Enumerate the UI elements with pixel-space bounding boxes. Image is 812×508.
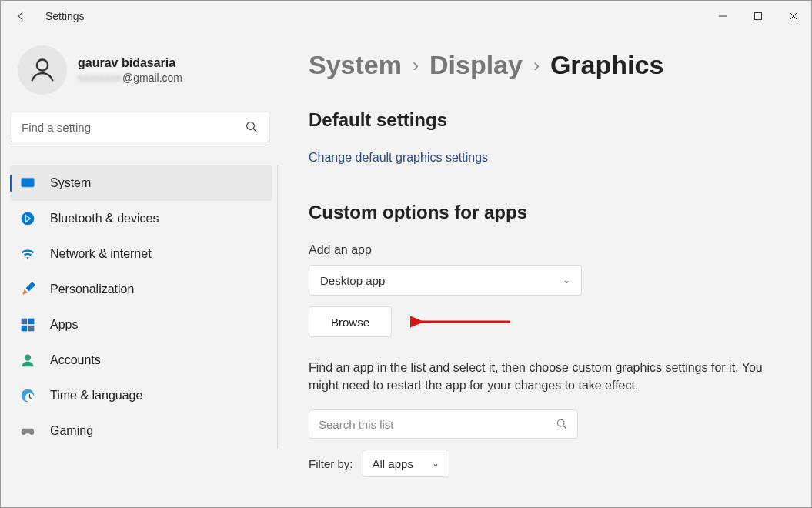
system-icon xyxy=(19,175,36,191)
sidebar-item-label: Bluetooth & devices xyxy=(50,212,159,226)
maximize-button[interactable] xyxy=(740,1,776,32)
add-an-app-label: Add an app xyxy=(309,243,780,257)
svg-point-16 xyxy=(557,420,564,427)
svg-rect-5 xyxy=(22,178,35,187)
breadcrumb-graphics: Graphics xyxy=(550,50,663,80)
sidebar-item-label: Accounts xyxy=(50,353,101,367)
bluetooth-icon xyxy=(19,211,36,226)
custom-options-heading: Custom options for apps xyxy=(309,202,780,223)
brush-icon xyxy=(19,282,36,297)
chevron-right-icon: › xyxy=(413,55,419,76)
filter-value: All apps xyxy=(373,457,413,470)
chevron-down-icon: ⌄ xyxy=(432,458,439,469)
search-list-input[interactable] xyxy=(319,418,556,431)
svg-point-7 xyxy=(22,212,35,226)
sidebar-item-label: Personalization xyxy=(50,282,134,296)
chevron-right-icon: › xyxy=(533,55,540,76)
sidebar-item-personalization[interactable]: Personalization xyxy=(10,272,272,307)
person-icon xyxy=(19,353,36,368)
default-settings-heading: Default settings xyxy=(309,109,780,131)
svg-point-3 xyxy=(247,122,255,130)
browse-button[interactable]: Browse xyxy=(309,306,392,337)
sidebar-item-network[interactable]: Network & internet xyxy=(10,236,272,272)
sidebar-item-label: Gaming xyxy=(50,424,93,438)
minimize-button[interactable] xyxy=(705,1,740,32)
window-title: Settings xyxy=(45,10,85,22)
sidebar-item-label: System xyxy=(50,176,91,190)
back-button[interactable] xyxy=(15,9,28,23)
svg-point-2 xyxy=(37,60,48,71)
help-text: Find an app in the list and select it, t… xyxy=(309,359,778,394)
svg-rect-1 xyxy=(755,13,762,20)
sidebar-item-gaming[interactable]: Gaming xyxy=(10,413,272,449)
change-default-graphics-link[interactable]: Change default graphics settings xyxy=(309,151,488,165)
filter-by-label: Filter by: xyxy=(309,457,353,470)
user-email: xxxxxxxx@gmail.com xyxy=(78,72,182,84)
search-icon xyxy=(556,418,568,430)
user-name: gaurav bidasaria xyxy=(78,56,182,70)
avatar xyxy=(18,45,67,95)
wifi-icon xyxy=(19,246,36,262)
sidebar-item-accounts[interactable]: Accounts xyxy=(10,343,272,378)
sidebar-item-label: Time & language xyxy=(50,389,142,403)
chevron-down-icon: ⌄ xyxy=(563,275,570,286)
breadcrumb-system[interactable]: System xyxy=(309,50,402,80)
filter-select[interactable]: All apps ⌄ xyxy=(363,450,449,477)
settings-search[interactable] xyxy=(10,112,270,142)
sidebar: gaurav bidasaria xxxxxxxx@gmail.com Syst… xyxy=(1,32,278,507)
nav-list: System Bluetooth & devices Network & int… xyxy=(10,165,278,449)
app-type-value: Desktop app xyxy=(320,274,385,287)
apps-icon xyxy=(19,317,36,333)
main-content: System › Display › Graphics Default sett… xyxy=(278,32,811,507)
sidebar-item-bluetooth[interactable]: Bluetooth & devices xyxy=(10,201,272,236)
svg-rect-8 xyxy=(22,319,28,325)
svg-point-12 xyxy=(25,355,31,361)
clock-globe-icon xyxy=(19,388,36,403)
app-type-select[interactable]: Desktop app ⌄ xyxy=(309,265,582,296)
close-button[interactable] xyxy=(776,1,811,32)
gamepad-icon xyxy=(19,423,36,439)
svg-rect-11 xyxy=(28,326,35,332)
breadcrumb-display[interactable]: Display xyxy=(429,50,523,80)
search-icon xyxy=(245,120,259,134)
title-bar: Settings xyxy=(1,1,811,32)
svg-rect-10 xyxy=(22,326,28,332)
sidebar-item-label: Network & internet xyxy=(50,247,152,261)
sidebar-item-time[interactable]: Time & language xyxy=(10,378,272,413)
annotation-arrow xyxy=(410,314,518,329)
svg-rect-9 xyxy=(28,319,35,325)
sidebar-item-label: Apps xyxy=(50,318,78,332)
settings-search-input[interactable] xyxy=(22,121,245,134)
svg-line-17 xyxy=(563,426,566,429)
svg-line-4 xyxy=(253,129,257,132)
sidebar-item-system[interactable]: System xyxy=(10,165,272,201)
sidebar-item-apps[interactable]: Apps xyxy=(10,307,272,343)
user-profile[interactable]: gaurav bidasaria xxxxxxxx@gmail.com xyxy=(10,39,278,112)
search-this-list[interactable] xyxy=(309,409,578,439)
breadcrumb: System › Display › Graphics xyxy=(309,50,780,80)
